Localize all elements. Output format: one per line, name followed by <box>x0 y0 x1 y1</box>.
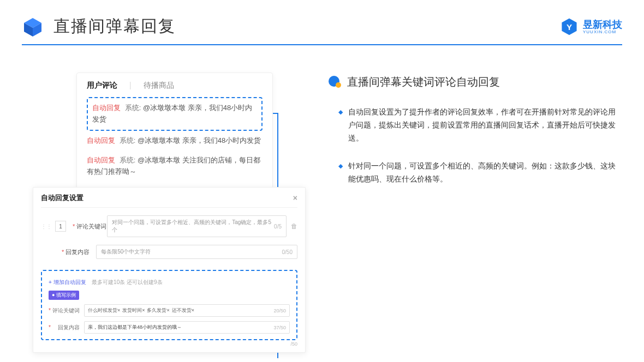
keyword-chip[interactable]: 多久发货× <box>147 307 169 314</box>
content-counter: 0/50 <box>282 249 293 255</box>
example-ct-counter: 37/50 <box>273 325 286 330</box>
comment-row: 自动回复 系统: @冰墩墩本墩 关注我们的店铺，每日都有热门推荐呦～ <box>87 150 263 182</box>
chat-bubble-icon <box>327 75 342 89</box>
example-content-input[interactable]: 亲，我们这边都是下单48小时内发货的哦～ 37/50 <box>84 321 290 334</box>
required-star: * <box>49 324 51 330</box>
example-keyword-input[interactable]: 什么时候发货× 发货时间× 多久发货× 还不发货× 20/50 <box>84 304 290 317</box>
auto-reply-tag: 自动回复 <box>87 136 115 144</box>
example-content-text: 亲，我们这边都是下单48小时内发货的哦～ <box>88 324 182 331</box>
trash-icon[interactable]: 🗑 <box>291 222 297 230</box>
required-star: * <box>73 223 75 230</box>
tab-pending-goods[interactable]: 待播商品 <box>144 81 174 90</box>
example-content-label: 回复内容 <box>52 324 80 331</box>
outer-counter: /50 <box>290 341 297 347</box>
comment-row-highlighted: 自动回复 系统: @冰墩墩本墩 亲亲，我们48小时内发货 <box>87 97 263 131</box>
tab-separator: | <box>129 81 132 90</box>
add-hint-text: 最多可建10条 还可以创建9条 <box>92 279 162 285</box>
auto-reply-tag: 自动回复 <box>92 104 121 112</box>
keyword-chip[interactable]: 还不发货× <box>172 307 194 314</box>
bullet-point: ◆ 自动回复设置为了提升作者的评论回复效率，作者可在开播前针对常见的评论用户问题… <box>327 106 622 144</box>
keyword-placeholder: 对同一个问题，可设置多个相近、高频的关键词，Tag确定，最多5个 <box>112 219 274 234</box>
auto-reply-tag: 自动回复 <box>87 156 115 164</box>
brand-name: 昱新科技 <box>583 20 622 29</box>
bullet-text-2: 针对同一个问题，可设置多个相近的、高频的关键词。例如：这款多少钱、这块能优惠吗、… <box>348 160 622 186</box>
bullet-text-1: 自动回复设置为了提升作者的评论回复效率，作者可在开播前针对常见的评论用户问题，提… <box>348 106 622 144</box>
comments-panel: 用户评论 | 待播商品 自动回复 系统: @冰墩墩本墩 亲亲，我们48小时内发货… <box>76 73 273 195</box>
system-label: 系统: <box>125 104 141 112</box>
section-title-text: 直播间弹幕关键词评论自动回复 <box>347 75 500 89</box>
diamond-icon: ◆ <box>338 161 343 186</box>
content-label: 回复内容 <box>65 248 96 256</box>
bullet-point: ◆ 针对同一个问题，可设置多个相近的、高频的关键词。例如：这款多少钱、这块能优惠… <box>327 160 622 186</box>
comment-row: 自动回复 系统: @冰墩墩本墩 亲亲，我们48小时内发货 <box>87 131 263 151</box>
example-keyword-label: 评论关键词 <box>52 307 80 315</box>
settings-title-text: 自动回复设置 <box>41 193 84 203</box>
keyword-counter: 0/5 <box>274 224 282 230</box>
keyword-label: 评论关键词 <box>76 222 107 231</box>
section-heading: 直播间弹幕关键词评论自动回复 <box>327 75 622 89</box>
required-star: * <box>62 249 64 255</box>
content-placeholder: 每条限50个中文字符 <box>101 248 151 256</box>
settings-panel: 自动回复设置 × ⋮⋮ 1 * 评论关键词 对同一个问题，可设置多个相近、高频的… <box>33 187 306 353</box>
page-title: 直播间弹幕回复 <box>53 15 176 38</box>
system-label: 系统: <box>120 136 136 144</box>
brand-sub: YUUXIN.COM <box>583 29 622 34</box>
keyword-chip[interactable]: 发货时间× <box>122 307 145 314</box>
brand-block: Y 昱新科技 YUUXIN.COM <box>560 17 622 36</box>
example-kw-counter: 20/50 <box>273 308 286 313</box>
brand-icon: Y <box>560 17 579 36</box>
keyword-chip[interactable]: 什么时候发货× <box>88 307 120 314</box>
svg-point-5 <box>336 82 341 88</box>
row-number: 1 <box>55 221 66 232</box>
content-input[interactable]: 每条限50个中文字符 0/50 <box>96 245 297 259</box>
svg-text:Y: Y <box>567 22 572 32</box>
close-icon[interactable]: × <box>293 194 297 202</box>
add-auto-reply-link[interactable]: + 增加自动回复 <box>49 279 86 285</box>
example-badge: ● 填写示例 <box>49 291 79 300</box>
keyword-input[interactable]: 对同一个问题，可设置多个相近、高频的关键词，Tag确定，最多5个 0/5 <box>107 215 287 237</box>
system-label: 系统: <box>120 156 136 164</box>
diamond-icon: ◆ <box>338 107 343 144</box>
comment-text: @冰墩墩本墩 亲亲，我们48小时内发货 <box>138 136 261 144</box>
required-star: * <box>49 307 51 313</box>
drag-handle-icon[interactable]: ⋮⋮ <box>41 224 52 230</box>
tab-user-comments[interactable]: 用户评论 <box>87 81 117 90</box>
cube-logo-icon <box>22 16 44 38</box>
example-highlight-box: + 增加自动回复 最多可建10条 还可以创建9条 ● 填写示例 * 评论关键词 … <box>41 270 297 340</box>
